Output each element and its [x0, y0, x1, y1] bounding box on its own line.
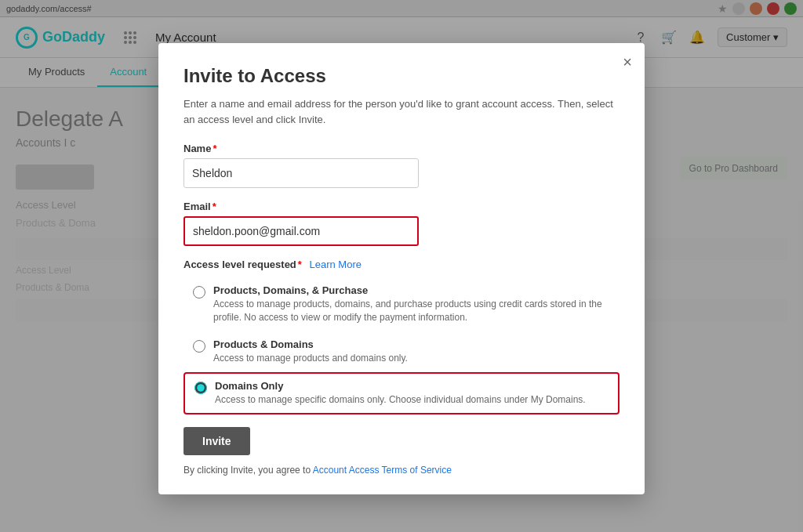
access-radio-2[interactable]	[193, 340, 205, 353]
learn-more-link[interactable]: Learn More	[310, 259, 362, 270]
access-option-1-title: Products, Domains, & Purchase	[213, 284, 610, 296]
modal-description: Enter a name and email address for the p…	[183, 96, 620, 127]
access-level-group: Access level requested* Learn More Produ…	[183, 259, 620, 414]
access-option-2[interactable]: Products & Domains Access to manage prod…	[183, 332, 620, 371]
terms-link[interactable]: Account Access Terms of Service	[313, 465, 452, 476]
email-input[interactable]	[183, 216, 419, 246]
name-label: Name*	[183, 143, 620, 154]
access-option-3-content: Domains Only Access to manage specific d…	[215, 380, 609, 407]
access-option-2-desc: Access to manage products and domains on…	[213, 352, 610, 365]
terms-text: By clicking Invite, you agree to Account…	[183, 465, 620, 476]
modal-close-button[interactable]: ×	[623, 54, 632, 70]
access-radio-3[interactable]	[194, 382, 207, 394]
access-option-1[interactable]: Products, Domains, & Purchase Access to …	[183, 278, 620, 331]
modal-title: Invite to Access	[183, 65, 620, 87]
email-label: Email*	[183, 201, 620, 212]
invite-button[interactable]: Invite	[183, 427, 250, 455]
access-radio-1[interactable]	[193, 286, 205, 299]
access-option-1-desc: Access to manage products, domains, and …	[213, 298, 610, 324]
name-field-group: Name*	[183, 143, 620, 188]
access-option-3-title: Domains Only	[215, 380, 609, 392]
access-option-3[interactable]: Domains Only Access to manage specific d…	[183, 372, 620, 414]
access-option-2-content: Products & Domains Access to manage prod…	[213, 338, 610, 365]
email-field-group: Email*	[183, 201, 620, 246]
access-option-2-title: Products & Domains	[213, 338, 610, 350]
access-option-3-desc: Access to manage specific domains only. …	[215, 393, 609, 407]
name-input[interactable]	[183, 158, 419, 188]
modal: × Invite to Access Enter a name and emai…	[158, 43, 645, 494]
access-level-heading: Access level requested* Learn More	[183, 259, 620, 270]
modal-overlay: × Invite to Access Enter a name and emai…	[0, 0, 803, 532]
access-option-1-content: Products, Domains, & Purchase Access to …	[213, 284, 610, 324]
